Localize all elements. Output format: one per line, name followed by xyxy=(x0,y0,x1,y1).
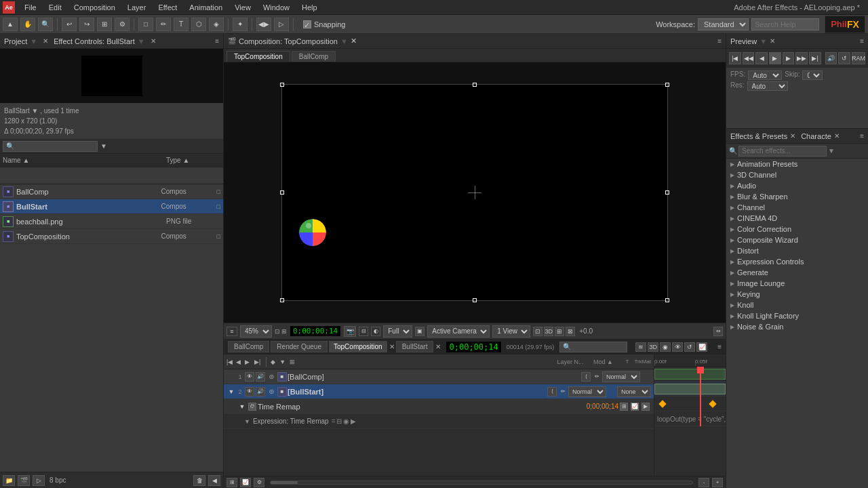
effects-cat-expression-controls[interactable]: ▶ Expression Controls xyxy=(726,256,868,267)
track-row-1[interactable] xyxy=(654,367,726,382)
tl-effects-1[interactable]: ⟨ xyxy=(581,372,591,382)
layer-item-bullstart[interactable]: ■ BullStart Compos □ xyxy=(0,199,223,214)
tl-settings-bottom[interactable]: ⚙ xyxy=(254,478,264,487)
tl-expr-btn2[interactable]: ⊟ xyxy=(336,418,342,425)
project-search-input[interactable] xyxy=(3,141,98,152)
playhead[interactable] xyxy=(700,367,701,426)
effects-options[interactable]: ≡ xyxy=(860,132,864,140)
timeline-tab-topcomposition[interactable]: TopComposition xyxy=(329,341,387,352)
timeline-tab-ballcomp[interactable]: BallComp xyxy=(228,341,269,352)
layer-item-ballcomp[interactable]: ■ BallComp Compos □ xyxy=(0,184,223,199)
effects-cat-distort[interactable]: ▶ Distort xyxy=(726,245,868,256)
preview-audio[interactable]: 🔊 xyxy=(825,52,837,64)
menu-file[interactable]: File xyxy=(19,2,42,13)
keyframe-end[interactable] xyxy=(709,400,717,408)
ram-preview-btn[interactable]: ▷ xyxy=(274,18,289,31)
color-display-btn[interactable]: ◐ xyxy=(371,327,380,336)
effects-cat-generate[interactable]: ▶ Generate xyxy=(726,267,868,278)
effects-cat-image-lounge[interactable]: ▶ Image Lounge xyxy=(726,278,868,289)
tl-next-frame[interactable]: ▶| xyxy=(254,359,260,365)
new-folder-btn[interactable]: 📁 xyxy=(3,475,15,486)
menu-layer[interactable]: Layer xyxy=(122,2,152,13)
comp-tab-ballcomp[interactable]: BallComp xyxy=(292,51,336,62)
tl-snapping[interactable]: ⊞ xyxy=(290,359,295,365)
camera-select[interactable]: Active Camera xyxy=(427,325,490,338)
loop-btn[interactable]: ↺ xyxy=(684,342,695,352)
tl-layer-name-1[interactable]: [BallComp] xyxy=(288,373,580,381)
comp-header-options[interactable]: ≡ xyxy=(717,37,722,45)
tab-close-topcomp[interactable]: ✕ xyxy=(389,343,395,350)
effects-cat-channel[interactable]: ▶ Channel xyxy=(726,202,868,213)
new-comp-btn[interactable]: ⊞ xyxy=(97,18,112,31)
tl-audio-1[interactable]: 🔊 xyxy=(256,372,265,382)
preview-next-frame[interactable]: ▶▶ xyxy=(795,52,808,64)
project-panel-close[interactable]: ✕ xyxy=(43,37,48,45)
preview-fps-select[interactable]: Auto xyxy=(748,70,782,80)
tl-pen-2[interactable]: ✏ xyxy=(558,387,568,396)
character-close[interactable]: ✕ xyxy=(834,132,840,140)
camera-snapshot-btn[interactable]: 📷 xyxy=(344,326,356,337)
zoom-tool[interactable]: 🔍 xyxy=(38,18,53,31)
transparency-btn[interactable]: ⊟ xyxy=(359,327,368,336)
tl-timeremap-graph[interactable]: 📈 xyxy=(631,403,639,411)
tl-expr-btn4[interactable]: ▶ xyxy=(351,418,356,425)
tl-solo-1[interactable] xyxy=(226,373,236,381)
comp-header-menu[interactable]: ▼ xyxy=(340,37,348,45)
redo-btn[interactable]: ↪ xyxy=(79,18,94,31)
graph-editor-btn[interactable]: 📈 xyxy=(696,342,707,352)
hide-shy-btn[interactable]: 👁 xyxy=(672,342,683,352)
menu-effect[interactable]: Effect xyxy=(153,2,182,13)
preview-play[interactable]: ▶ xyxy=(769,52,781,64)
tl-effects-2[interactable]: ⟨ xyxy=(547,387,557,396)
tab-close-bullstart[interactable]: ✕ xyxy=(435,343,441,350)
tl-layer-row-2[interactable]: ▼ 2 👁 🔊 ◎ ■ [BullStart] ⟨ ✏ Normal xyxy=(224,384,654,399)
text-tool[interactable]: T xyxy=(174,18,189,31)
tl-visibility-2[interactable]: 👁 xyxy=(245,387,254,396)
search-options[interactable]: ▼ xyxy=(100,142,107,150)
draft-3d-btn[interactable]: 3D xyxy=(648,342,658,352)
effects-cat-audio[interactable]: ▶ Audio xyxy=(726,180,868,191)
effects-cat-composite-wizard[interactable]: ▶ Composite Wizard xyxy=(726,235,868,245)
effects-search-options[interactable]: ▼ xyxy=(828,147,835,155)
tl-audio-2[interactable]: 🔊 xyxy=(256,387,265,396)
guides-btn[interactable]: ⊠ xyxy=(566,327,575,336)
selection-tool[interactable]: ▲ xyxy=(3,18,18,31)
handle-tr[interactable] xyxy=(665,83,669,87)
search-help-input[interactable] xyxy=(751,18,819,30)
layer-item-beachball[interactable]: ■ beachball.png PNG file xyxy=(0,214,223,229)
menu-window[interactable]: Window xyxy=(258,2,295,13)
tl-mode-select-2[interactable]: Normal xyxy=(568,386,606,397)
track-row-timeremap[interactable] xyxy=(654,396,726,411)
viewer-expand-btn[interactable]: ⇔ xyxy=(713,327,723,336)
new-comp-from-item-btn[interactable]: 🎬 xyxy=(18,475,30,486)
preview-first-frame[interactable]: |◀ xyxy=(729,52,741,64)
tl-expr-btn1[interactable]: = xyxy=(332,418,336,425)
fit-btn[interactable]: ⊡ xyxy=(275,328,280,335)
keyframe-start[interactable] xyxy=(658,400,667,408)
handle-tm[interactable] xyxy=(473,83,477,87)
preview-next-1frame[interactable]: ▶ xyxy=(783,52,795,64)
region-btn[interactable]: ▣ xyxy=(415,327,425,336)
effects-close[interactable]: ✕ xyxy=(790,132,795,140)
tl-visibility-1[interactable]: 👁 xyxy=(245,372,254,382)
tl-timeremap-icon[interactable]: ⏱ xyxy=(248,403,256,411)
effects-cat-cinema4d[interactable]: ▶ CINEMA 4D xyxy=(726,213,868,224)
preview-menu-arrow[interactable]: ▼ xyxy=(760,37,767,45)
trash-btn[interactable]: 🗑 xyxy=(193,475,205,486)
preview-skip-select[interactable]: 0 xyxy=(802,70,823,80)
3d-btn[interactable]: 3D xyxy=(544,327,553,336)
pen-tool[interactable]: ✏ xyxy=(156,18,171,31)
grid-btn[interactable]: ⊞ xyxy=(555,327,564,336)
effects-cat-animation-presets[interactable]: ▶ Animation Presets xyxy=(726,159,868,169)
preview-res-select[interactable]: Auto xyxy=(747,81,788,91)
snapping-checkbox[interactable]: ✓ xyxy=(303,20,311,28)
menu-view[interactable]: View xyxy=(229,2,256,13)
preview-close[interactable]: ✕ xyxy=(770,37,775,45)
preview-prev-frame[interactable]: ◀◀ xyxy=(743,52,755,64)
clone-tool[interactable]: ◈ xyxy=(209,18,224,31)
comp-tab-topcomposition[interactable]: TopComposition xyxy=(226,51,290,62)
tl-layer-name-2[interactable]: [BullStart] xyxy=(288,388,547,396)
tl-play-btn[interactable]: ▶ xyxy=(245,359,250,365)
tl-first-frame[interactable]: |◀ xyxy=(226,359,233,365)
tl-layer-row-1[interactable]: 1 👁 🔊 ◎ ■ [BallComp] ⟨ ✏ Normal xyxy=(224,369,654,384)
